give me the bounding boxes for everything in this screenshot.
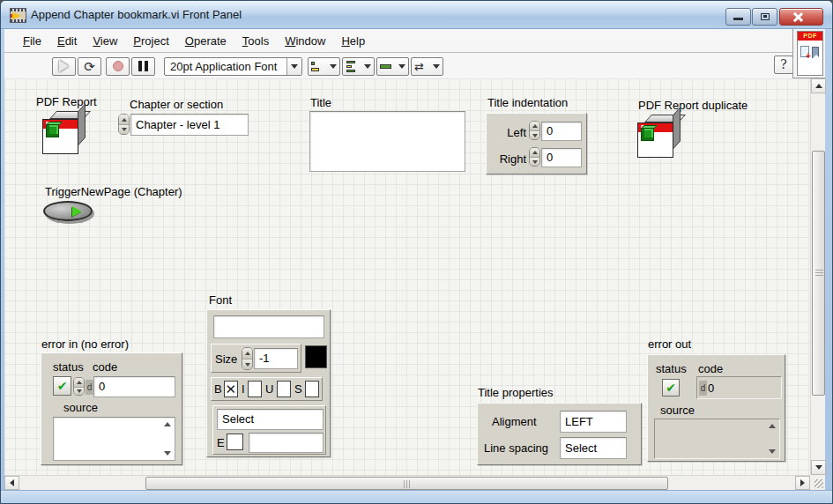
increment-icon[interactable] xyxy=(530,148,539,157)
alignment-ring[interactable]: LEFT xyxy=(560,411,627,433)
code-value[interactable]: 0 xyxy=(93,376,175,397)
run-continuously-button[interactable]: ⟳ xyxy=(78,57,101,76)
window-chrome: File Edit View Project Operate Tools Win… xyxy=(4,29,825,78)
maximize-button[interactable] xyxy=(752,8,777,26)
green-led-icon xyxy=(72,206,82,217)
pdf-report-duplicate-refnum[interactable]: PDF xyxy=(636,115,682,159)
chapter-ring-spinner[interactable] xyxy=(118,114,130,135)
strike-checkbox[interactable] xyxy=(305,381,319,397)
resize-objects-button[interactable] xyxy=(376,57,409,76)
size-value[interactable]: -1 xyxy=(254,348,298,369)
abort-button[interactable] xyxy=(106,57,130,76)
decrement-icon[interactable] xyxy=(242,359,252,369)
increment-icon[interactable] xyxy=(530,122,539,130)
font-color-box[interactable] xyxy=(305,345,327,368)
vertical-scroll-thumb[interactable] xyxy=(812,151,825,396)
reorder-icon: ⇄ xyxy=(414,61,424,72)
status-checkbox[interactable]: ✔ xyxy=(53,376,71,396)
font-cluster: Size -1 B ✕ I U S Select E xyxy=(206,309,331,457)
pdf-report-refnum[interactable]: PDF xyxy=(41,111,87,155)
menu-edit[interactable]: Edit xyxy=(49,31,85,51)
status-indicator: ✔ xyxy=(662,379,680,397)
scroll-down-button[interactable] xyxy=(811,460,826,475)
source-input[interactable] xyxy=(53,417,175,461)
left-indent-spinner[interactable] xyxy=(529,121,540,140)
align-objects-button[interactable] xyxy=(308,57,340,76)
menu-file[interactable]: File xyxy=(15,31,49,51)
vi-icon[interactable]: PDF + xyxy=(797,31,823,76)
context-help-button[interactable]: ? xyxy=(774,56,793,74)
trigger-new-page-button[interactable] xyxy=(43,201,93,221)
italic-label: I xyxy=(242,382,245,396)
scroll-down-icon[interactable] xyxy=(164,451,171,456)
arrow-right-icon xyxy=(800,479,805,486)
horizontal-scroll-thumb[interactable] xyxy=(145,477,668,490)
distribute-objects-button[interactable] xyxy=(342,57,375,76)
font-select-ring[interactable]: Select xyxy=(217,409,324,430)
increment-icon[interactable] xyxy=(74,378,84,387)
thumb-grip xyxy=(815,270,823,277)
source-indicator xyxy=(654,419,780,459)
source-label: source xyxy=(63,401,98,414)
menu-tools[interactable]: Tools xyxy=(234,31,277,51)
decrement-icon[interactable] xyxy=(119,124,129,134)
align-objects-icon xyxy=(311,61,324,72)
underline-checkbox[interactable] xyxy=(277,381,291,397)
right-indent-spinner[interactable] xyxy=(529,147,540,167)
font-name-input[interactable] xyxy=(213,315,324,338)
menu-help[interactable]: Help xyxy=(333,31,373,51)
size-spinner[interactable] xyxy=(242,347,253,370)
decrement-icon[interactable] xyxy=(530,130,539,139)
pdf-report-label: PDF Report xyxy=(36,95,97,108)
font-select-subpanel: Select E xyxy=(212,405,326,455)
decrement-icon[interactable] xyxy=(74,387,84,396)
code-value: 0 xyxy=(707,382,714,395)
reorder-button[interactable]: ⇄ xyxy=(411,57,443,76)
increment-icon[interactable] xyxy=(119,115,129,124)
run-continuously-icon: ⟳ xyxy=(84,60,95,73)
italic-checkbox[interactable] xyxy=(248,381,262,397)
font-selector[interactable]: 20pt Application Font xyxy=(164,57,302,76)
strike-label: S xyxy=(294,382,302,396)
font-selector-arrow[interactable] xyxy=(286,58,301,75)
e-value-input[interactable] xyxy=(249,433,324,453)
scroll-down-icon[interactable] xyxy=(769,449,776,454)
increment-icon[interactable] xyxy=(242,348,252,359)
scroll-right-button[interactable] xyxy=(795,476,810,490)
vertical-scrollbar[interactable] xyxy=(810,78,825,475)
pause-button[interactable] xyxy=(131,57,155,76)
scroll-up-icon[interactable] xyxy=(769,424,776,428)
font-label: Font xyxy=(209,293,232,307)
close-button[interactable] xyxy=(779,8,823,26)
left-indent-value[interactable]: 0 xyxy=(541,122,582,141)
font-style-subpanel: B ✕ I U S xyxy=(211,377,323,401)
menu-view[interactable]: View xyxy=(85,31,125,51)
menu-operate[interactable]: Operate xyxy=(177,31,234,51)
horizontal-scrollbar[interactable] xyxy=(4,475,810,490)
code-spinner[interactable] xyxy=(73,377,85,396)
radix-indicator[interactable]: d xyxy=(86,380,93,395)
abort-icon xyxy=(113,61,123,71)
e-checkbox[interactable] xyxy=(227,434,243,450)
title-bar[interactable]: Append Chapter bookmark.vi Front Panel xyxy=(1,1,832,29)
menu-project[interactable]: Project xyxy=(125,31,176,51)
window-bottom-border xyxy=(1,490,832,504)
trigger-new-page-label: TriggerNewPage (Chapter) xyxy=(45,185,182,198)
scroll-up-button[interactable] xyxy=(811,78,826,93)
scroll-left-button[interactable] xyxy=(4,476,19,490)
menu-window[interactable]: Window xyxy=(277,31,333,51)
line-spacing-label: Line spacing xyxy=(484,441,548,455)
thumb-grip xyxy=(404,480,411,488)
bookmark-icon xyxy=(812,47,819,58)
scroll-up-icon[interactable] xyxy=(164,422,171,426)
minimize-button[interactable] xyxy=(725,8,751,26)
font-selector-value: 20pt Application Font xyxy=(165,60,286,73)
title-input[interactable] xyxy=(309,111,465,172)
resize-grip[interactable] xyxy=(810,475,825,490)
bold-checkbox[interactable]: ✕ xyxy=(224,381,238,397)
decrement-icon[interactable] xyxy=(530,157,539,166)
run-button[interactable] xyxy=(52,57,76,76)
line-spacing-ring[interactable]: Select xyxy=(560,437,627,459)
right-indent-value[interactable]: 0 xyxy=(541,148,582,167)
chapter-ring-value[interactable]: Chapter - level 1 xyxy=(130,114,249,136)
